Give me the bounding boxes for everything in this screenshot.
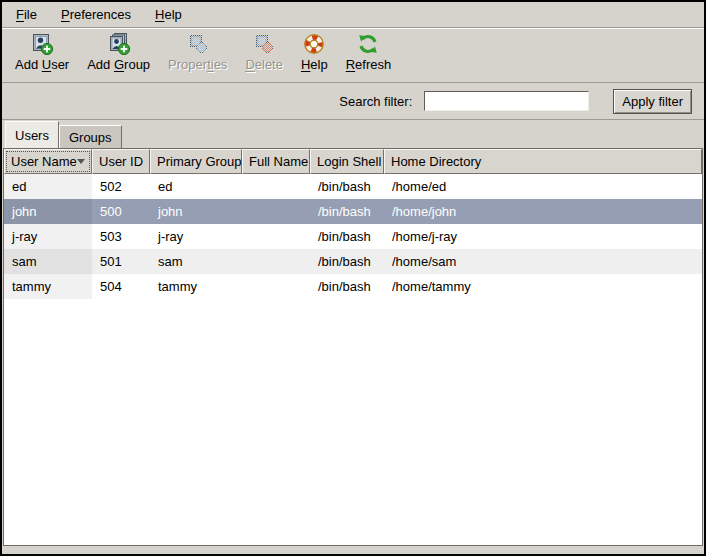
group-add-icon bbox=[107, 32, 131, 56]
add-group-button[interactable]: Add Group bbox=[78, 31, 159, 74]
table-cell[interactable]: /bin/bash bbox=[310, 174, 384, 199]
table-cell[interactable]: ed bbox=[150, 174, 242, 199]
table-header-row: User Name User ID Primary Group Full Nam… bbox=[4, 149, 702, 174]
table-cell[interactable]: john bbox=[4, 199, 92, 224]
properties-button[interactable]: Properties bbox=[159, 31, 236, 74]
table-cell[interactable]: /home/j-ray bbox=[384, 224, 702, 249]
add-user-label: Add User bbox=[15, 56, 69, 73]
user-manager-window: File Preferences Help Add User bbox=[0, 0, 706, 556]
table-cell[interactable]: /bin/bash bbox=[310, 224, 384, 249]
menu-help[interactable]: Help bbox=[143, 4, 194, 25]
table-cell[interactable]: /bin/bash bbox=[310, 274, 384, 299]
column-header-user-name[interactable]: User Name bbox=[4, 149, 92, 174]
delete-label: Delete bbox=[245, 56, 283, 73]
table-row[interactable]: j-ray503j-ray/bin/bash/home/j-ray bbox=[4, 224, 702, 249]
filter-bar: Search filter: Apply filter bbox=[2, 83, 704, 120]
table-cell[interactable]: 501 bbox=[92, 249, 150, 274]
column-header-login-shell[interactable]: Login Shell bbox=[310, 149, 384, 174]
add-group-label: Add Group bbox=[87, 56, 150, 73]
table-cell[interactable]: sam bbox=[150, 249, 242, 274]
table-cell[interactable]: 502 bbox=[92, 174, 150, 199]
table-cell[interactable]: tammy bbox=[4, 274, 92, 299]
table-row[interactable]: sam501sam/bin/bash/home/sam bbox=[4, 249, 702, 274]
lifebuoy-help-icon bbox=[302, 32, 326, 56]
menu-bar: File Preferences Help bbox=[2, 2, 704, 28]
users-table: User Name User ID Primary Group Full Nam… bbox=[3, 148, 703, 546]
column-header-user-id[interactable]: User ID bbox=[92, 149, 150, 174]
delete-icon bbox=[252, 32, 276, 56]
table-cell[interactable]: /bin/bash bbox=[310, 249, 384, 274]
table-cell[interactable]: /bin/bash bbox=[310, 199, 384, 224]
table-cell[interactable] bbox=[242, 274, 310, 299]
table-cell[interactable]: j-ray bbox=[150, 224, 242, 249]
toolbar: Add User Add Group bbox=[2, 28, 704, 83]
help-label: Help bbox=[301, 56, 328, 73]
table-body: ed502ed/bin/bash/home/edjohn500john/bin/… bbox=[4, 174, 702, 545]
refresh-arrows-icon bbox=[356, 32, 380, 56]
table-cell[interactable]: ed bbox=[4, 174, 92, 199]
search-filter-input[interactable] bbox=[424, 91, 589, 111]
tab-strip: Users Groups bbox=[2, 120, 704, 148]
table-cell[interactable]: /home/sam bbox=[384, 249, 702, 274]
table-cell[interactable]: j-ray bbox=[4, 224, 92, 249]
table-cell[interactable]: /home/john bbox=[384, 199, 702, 224]
table-cell[interactable] bbox=[242, 174, 310, 199]
user-add-icon bbox=[30, 32, 54, 56]
column-header-home-directory[interactable]: Home Directory bbox=[384, 149, 702, 174]
table-cell[interactable] bbox=[242, 224, 310, 249]
column-header-primary-group[interactable]: Primary Group bbox=[150, 149, 242, 174]
properties-label: Properties bbox=[168, 56, 227, 73]
table-cell[interactable]: 504 bbox=[92, 274, 150, 299]
menu-preferences[interactable]: Preferences bbox=[49, 4, 143, 25]
help-button[interactable]: Help bbox=[292, 31, 337, 74]
sort-descending-icon bbox=[77, 159, 85, 164]
window-bottom-padding bbox=[2, 546, 704, 554]
table-row[interactable]: tammy504tammy/bin/bash/home/tammy bbox=[4, 274, 702, 299]
table-cell[interactable] bbox=[242, 249, 310, 274]
table-cell[interactable]: /home/ed bbox=[384, 174, 702, 199]
delete-button[interactable]: Delete bbox=[236, 31, 292, 74]
refresh-button[interactable]: Refresh bbox=[337, 31, 401, 74]
tab-users[interactable]: Users bbox=[5, 121, 59, 148]
search-filter-label: Search filter: bbox=[339, 94, 412, 109]
table-cell[interactable]: 500 bbox=[92, 199, 150, 224]
table-cell[interactable] bbox=[242, 199, 310, 224]
table-row[interactable]: ed502ed/bin/bash/home/ed bbox=[4, 174, 702, 199]
apply-filter-button[interactable]: Apply filter bbox=[613, 89, 692, 114]
table-cell[interactable]: /home/tammy bbox=[384, 274, 702, 299]
refresh-label: Refresh bbox=[346, 56, 392, 73]
properties-icon bbox=[186, 32, 210, 56]
menu-file[interactable]: File bbox=[4, 4, 49, 25]
table-cell[interactable]: 503 bbox=[92, 224, 150, 249]
table-cell[interactable]: tammy bbox=[150, 274, 242, 299]
column-header-full-name[interactable]: Full Name bbox=[242, 149, 310, 174]
tab-groups[interactable]: Groups bbox=[59, 125, 122, 148]
add-user-button[interactable]: Add User bbox=[6, 31, 78, 74]
table-row[interactable]: john500john/bin/bash/home/john bbox=[4, 199, 702, 224]
table-cell[interactable]: john bbox=[150, 199, 242, 224]
table-cell[interactable]: sam bbox=[4, 249, 92, 274]
